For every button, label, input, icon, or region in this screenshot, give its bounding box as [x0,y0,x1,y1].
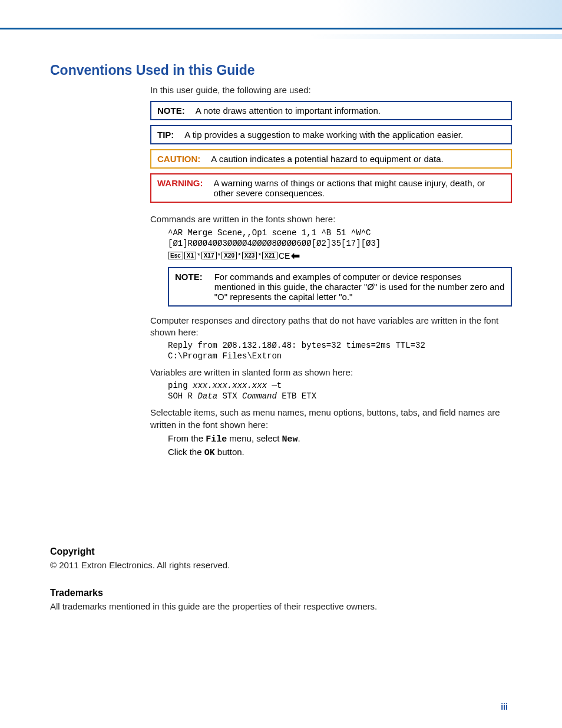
note-callout: NOTE: A note draws attention to importan… [150,101,512,120]
vars-line-1: ping xxx.xxx.xxx.xxx —t [168,381,512,390]
file-menu-label: File [206,434,227,444]
key-x1: X1 [184,252,196,259]
ce-text: CE [279,251,290,261]
note-text: A note draws attention to important info… [196,106,505,116]
trademarks-text: All trademarks mentioned in this guide a… [50,601,512,612]
copyright-text: © 2011 Extron Electronics. All rights re… [50,559,512,571]
caution-label: CAUTION: [157,154,200,164]
select-intro: Selectable items, such as menu names, me… [150,407,512,431]
note-inner-label: NOTE: [175,272,203,302]
key-x23: X23 [242,252,257,259]
ping-cmd: ping [168,381,193,390]
select-1c: menu, select [227,433,282,443]
key-x20: X20 [222,252,237,259]
key-row: Esc X1 * X17 * X20 * X23 * X21 CE ⬅ [168,251,512,261]
note-label: NOTE: [157,106,185,116]
select-line-2: Click the OK button. [168,447,512,458]
select-line-1: From the File menu, select New. [168,433,512,444]
note-inner-text: For commands and examples of computer or… [214,272,505,302]
soh-pre: SOH R [168,391,197,401]
note-inner-callout: NOTE: For commands and examples of compu… [168,267,512,307]
page-number: iii [501,702,508,711]
asterisk: * [197,252,200,260]
warning-label: WARNING: [157,178,203,188]
enter-arrow-icon: ⬅ [291,251,300,261]
ping-var: xxx.xxx.xxx.xxx [193,381,267,390]
ok-button-label: OK [204,448,215,458]
tip-label: TIP: [157,130,174,140]
resp-line-1: Reply from 2Ø8.132.18Ø.48: bytes=32 time… [168,341,512,350]
tip-text: A tip provides a suggestion to make work… [184,130,505,140]
tip-callout: TIP: A tip provides a suggestion to make… [150,125,512,144]
etb-post: ETB ETX [277,391,316,401]
trademarks-heading: Trademarks [50,588,512,598]
stx-mid: STX [217,391,242,401]
response-intro: Computer responses and directory paths t… [150,315,512,339]
asterisk: * [258,252,261,260]
new-option-label: New [282,434,298,444]
select-1e: . [298,433,300,443]
ping-suffix: —t [267,381,282,390]
vars-line-2: SOH R Data STX Command ETB ETX [168,391,512,401]
data-var: Data [197,391,217,401]
asterisk: * [218,252,221,260]
key-x21: X21 [262,252,277,259]
page-title: Conventions Used in this Guide [50,62,512,78]
select-1a: From the [168,433,206,443]
intro-text: In this user guide, the following are us… [150,84,512,96]
select-2c: button. [215,447,244,457]
warning-callout: WARNING: A warning warns of things or ac… [150,173,512,203]
gradient-band [0,34,562,39]
asterisk: * [238,252,241,260]
caution-text: A caution indicates a potential hazard t… [211,154,505,164]
warning-text: A warning warns of things or actions tha… [214,178,505,198]
cmd-line-2: [Ø1]RØØØ4ØØ3ØØØØ4ØØØØ8ØØØØ6ØØ[Ø2]35[17][… [168,239,512,248]
vars-intro: Variables are written in slanted form as… [150,367,512,378]
select-2a: Click the [168,447,204,457]
command-var: Command [242,391,277,401]
resp-line-2: C:\Program Files\Extron [168,351,512,361]
header-bar [0,0,562,29]
caution-callout: CAUTION: A caution indicates a potential… [150,149,512,169]
cmd-line-1: ^AR Merge Scene,,Op1 scene 1,1 ^B 51 ^W^… [168,228,512,238]
copyright-heading: Copyright [50,546,512,557]
key-esc: Esc [168,252,183,259]
commands-intro: Commands are written in the fonts shown … [150,213,512,225]
key-x17: X17 [201,252,217,259]
